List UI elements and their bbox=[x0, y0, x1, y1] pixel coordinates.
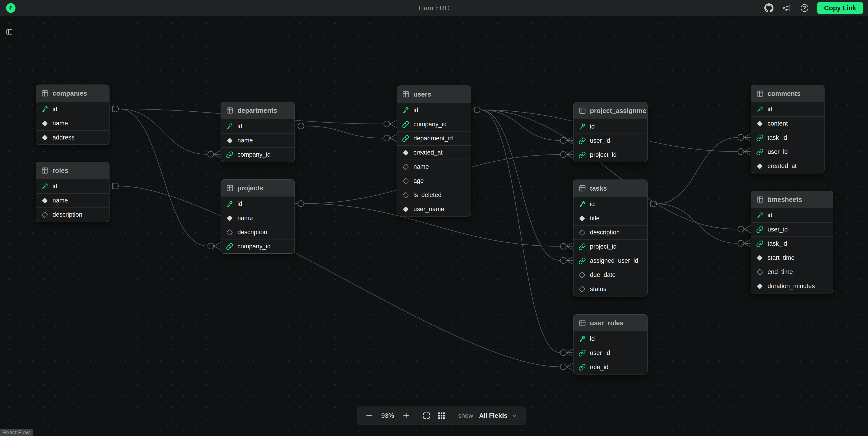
field-row-user_roles-role_id[interactable]: role_id bbox=[574, 360, 647, 374]
table-projects[interactable]: projectsidnamedescriptioncompany_id bbox=[221, 180, 294, 253]
field-row-projects-name[interactable]: name bbox=[221, 211, 294, 225]
field-label: name bbox=[238, 215, 253, 222]
field-row-departments-name[interactable]: name bbox=[221, 133, 294, 148]
key-icon bbox=[402, 106, 409, 114]
table-header-project_assignments[interactable]: project_assignme... bbox=[574, 102, 647, 119]
field-row-roles-description[interactable]: description bbox=[36, 208, 109, 222]
field-row-users-id[interactable]: id bbox=[397, 103, 471, 117]
key-icon bbox=[579, 123, 586, 130]
field-row-departments-id[interactable]: id bbox=[221, 119, 294, 133]
tidy-up-button[interactable] bbox=[436, 411, 446, 421]
fields-filter-dropdown[interactable]: All Fields bbox=[478, 412, 518, 419]
help-button[interactable] bbox=[800, 3, 810, 13]
table-icon bbox=[41, 167, 49, 175]
zoom-out-button[interactable] bbox=[364, 411, 374, 421]
field-row-tasks-status[interactable]: status bbox=[574, 282, 647, 296]
table-header-timesheets[interactable]: timesheets bbox=[751, 191, 833, 208]
field-row-users-user_name[interactable]: user_name bbox=[397, 202, 471, 216]
field-row-tasks-assigned_user_id[interactable]: assigned_user_id bbox=[574, 254, 647, 268]
field-row-tasks-due_date[interactable]: due_date bbox=[574, 268, 647, 282]
field-label: title bbox=[590, 215, 599, 222]
table-icon bbox=[579, 319, 586, 327]
field-row-comments-created_at[interactable]: created_at bbox=[751, 159, 824, 173]
field-label: id bbox=[238, 200, 242, 208]
field-row-timesheets-task_id[interactable]: task_id bbox=[751, 237, 833, 251]
table-departments[interactable]: departmentsidnamecompany_id bbox=[221, 102, 294, 162]
field-label: id bbox=[53, 183, 57, 190]
field-row-comments-task_id[interactable]: task_id bbox=[751, 131, 824, 145]
field-row-comments-content[interactable]: content bbox=[751, 117, 824, 131]
field-row-comments-user_id[interactable]: user_id bbox=[751, 145, 824, 159]
field-row-projects-description[interactable]: description bbox=[221, 225, 294, 239]
field-row-users-is_deleted[interactable]: is_deleted bbox=[397, 188, 471, 202]
table-header-projects[interactable]: projects bbox=[221, 180, 294, 197]
table-roles[interactable]: rolesidnamedescription bbox=[36, 162, 109, 222]
diamond-filled-icon bbox=[756, 162, 764, 170]
announcements-button[interactable] bbox=[782, 3, 792, 13]
field-row-users-age[interactable]: age bbox=[397, 174, 471, 188]
table-header-users[interactable]: users bbox=[397, 86, 471, 103]
table-header-comments[interactable]: comments bbox=[751, 85, 824, 102]
table-icon bbox=[756, 90, 764, 97]
field-row-user_roles-id[interactable]: id bbox=[574, 332, 647, 346]
table-timesheets[interactable]: timesheetsiduser_idtask_idstart_timeend_… bbox=[751, 191, 833, 293]
field-row-tasks-id[interactable]: id bbox=[574, 197, 647, 211]
field-row-projects-company_id[interactable]: company_id bbox=[221, 239, 294, 253]
field-row-project_assignments-user_id[interactable]: user_id bbox=[574, 133, 647, 148]
field-row-timesheets-id[interactable]: id bbox=[751, 208, 833, 222]
field-row-roles-name[interactable]: name bbox=[36, 193, 109, 208]
fit-view-button[interactable] bbox=[422, 411, 432, 421]
table-user_roles[interactable]: user_rolesiduser_idrole_id bbox=[574, 315, 647, 374]
field-row-tasks-description[interactable]: description bbox=[574, 225, 647, 240]
table-users[interactable]: usersidcompany_iddepartment_idcreated_at… bbox=[397, 86, 471, 216]
field-row-timesheets-user_id[interactable]: user_id bbox=[751, 222, 833, 237]
table-tasks[interactable]: tasksidtitledescriptionproject_idassigne… bbox=[574, 180, 647, 296]
sidebar-toggle-button[interactable] bbox=[5, 27, 14, 36]
field-label: id bbox=[238, 123, 242, 130]
copy-link-button[interactable]: Copy Link bbox=[817, 2, 863, 14]
field-row-tasks-title[interactable]: title bbox=[574, 211, 647, 225]
react-flow-attribution[interactable]: React Flow bbox=[0, 429, 33, 436]
field-label: duration_minutes bbox=[768, 283, 815, 290]
field-row-companies-name[interactable]: name bbox=[36, 116, 109, 130]
diamond-outline-icon bbox=[756, 269, 764, 276]
table-title: roles bbox=[53, 167, 68, 175]
field-row-users-name[interactable]: name bbox=[397, 160, 471, 174]
field-row-project_assignments-project_id[interactable]: project_id bbox=[574, 148, 647, 162]
field-row-users-department_id[interactable]: department_id bbox=[397, 131, 471, 146]
field-label: id bbox=[590, 123, 595, 130]
field-row-comments-id[interactable]: id bbox=[751, 102, 824, 117]
field-row-user_roles-user_id[interactable]: user_id bbox=[574, 346, 647, 360]
zoom-in-button[interactable] bbox=[401, 411, 411, 421]
field-row-tasks-project_id[interactable]: project_id bbox=[574, 240, 647, 254]
field-row-companies-id[interactable]: id bbox=[36, 102, 109, 116]
field-label: user_name bbox=[413, 206, 444, 213]
field-label: id bbox=[590, 335, 595, 342]
field-row-departments-company_id[interactable]: company_id bbox=[221, 148, 294, 162]
field-row-timesheets-start_time[interactable]: start_time bbox=[751, 251, 833, 265]
table-companies[interactable]: companiesidnameaddress bbox=[36, 85, 109, 145]
table-title: users bbox=[413, 91, 431, 98]
field-row-timesheets-end_time[interactable]: end_time bbox=[751, 265, 833, 279]
table-header-user_roles[interactable]: user_roles bbox=[574, 315, 647, 332]
field-row-users-created_at[interactable]: created_at bbox=[397, 146, 471, 160]
field-row-project_assignments-id[interactable]: id bbox=[574, 119, 647, 133]
github-button[interactable] bbox=[764, 3, 774, 13]
table-header-departments[interactable]: departments bbox=[221, 102, 294, 119]
chevron-down-icon bbox=[511, 412, 518, 419]
field-label: end_time bbox=[768, 269, 793, 276]
field-row-timesheets-duration_minutes[interactable]: duration_minutes bbox=[751, 279, 833, 293]
field-label: start_time bbox=[768, 254, 795, 261]
table-header-tasks[interactable]: tasks bbox=[574, 180, 647, 197]
field-label: id bbox=[768, 106, 772, 113]
table-header-companies[interactable]: companies bbox=[36, 85, 109, 102]
field-row-companies-address[interactable]: address bbox=[36, 130, 109, 145]
table-header-roles[interactable]: roles bbox=[36, 162, 109, 179]
field-row-users-company_id[interactable]: company_id bbox=[397, 117, 471, 131]
toolbar-divider bbox=[452, 411, 452, 421]
field-row-roles-id[interactable]: id bbox=[36, 179, 109, 193]
table-project_assignments[interactable]: project_assignme...iduser_idproject_id bbox=[574, 102, 647, 162]
field-row-projects-id[interactable]: id bbox=[221, 197, 294, 211]
field-label: created_at bbox=[413, 149, 443, 156]
table-comments[interactable]: commentsidcontenttask_iduser_idcreated_a… bbox=[751, 85, 824, 173]
